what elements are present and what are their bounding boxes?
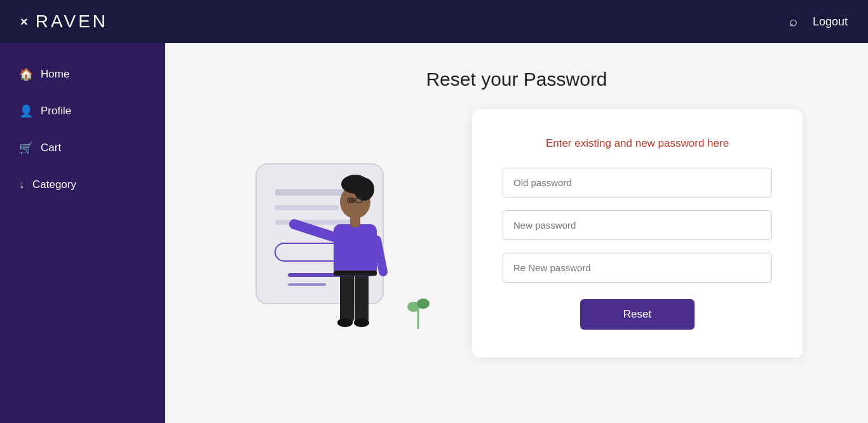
svg-rect-6 [288,283,326,286]
sidebar-item-label: Cart [41,142,61,154]
svg-point-25 [417,299,430,309]
svg-rect-11 [334,224,377,276]
home-icon: 🏠 [19,67,33,81]
sidebar-item-profile[interactable]: 👤 Profile [0,93,165,130]
svg-point-9 [337,318,353,327]
cart-icon: 🛒 [19,141,33,155]
close-icon[interactable]: × [20,15,28,29]
sidebar-item-home[interactable]: 🏠 Home [0,56,165,93]
sidebar-item-label: Home [41,68,69,81]
re-new-password-input[interactable] [503,253,772,283]
sidebar-item-category[interactable]: ↓ Category [0,166,165,203]
sidebar-item-label: Profile [41,105,71,117]
header-right: ⌕ Logout [789,13,848,30]
old-password-input[interactable] [503,168,772,198]
header-left: × Raven [20,11,108,32]
page-title: Reset your Password [426,69,607,90]
main-content: Reset your Password [165,43,868,423]
svg-rect-7 [340,272,354,323]
form-subtitle: Enter existing and new password here [503,137,772,150]
header: × Raven ⌕ Logout [0,0,868,43]
category-icon: ↓ [19,178,25,191]
svg-rect-8 [355,272,369,323]
svg-rect-2 [275,205,339,210]
sidebar: 🏠 Home 👤 Profile 🛒 Cart ↓ Category [0,43,165,423]
svg-point-10 [354,318,369,327]
illustration [231,119,447,348]
form-card: Enter existing and new password here Res… [472,109,803,358]
sidebar-item-label: Category [32,178,76,191]
search-icon[interactable]: ⌕ [789,13,797,30]
content-row: Enter existing and new password here Res… [178,109,855,358]
profile-icon: 👤 [19,104,33,118]
app-title: Raven [36,11,108,32]
svg-rect-22 [334,271,377,276]
svg-point-17 [341,175,369,194]
svg-rect-3 [275,220,351,225]
svg-line-13 [377,240,383,272]
sidebar-item-cart[interactable]: 🛒 Cart [0,130,165,166]
logout-button[interactable]: Logout [813,15,848,29]
reset-button[interactable]: Reset [580,299,695,330]
new-password-input[interactable] [503,210,772,240]
